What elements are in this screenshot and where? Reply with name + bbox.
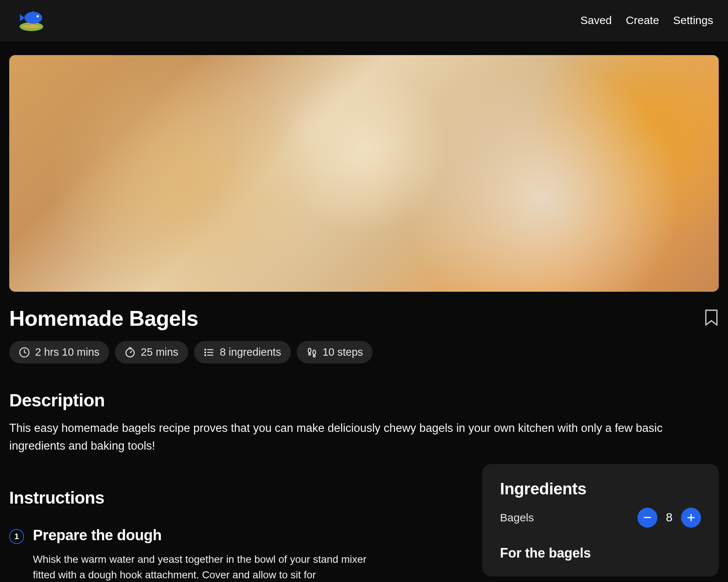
quantity-increase-button[interactable] — [681, 508, 701, 528]
svg-point-10 — [205, 355, 206, 356]
badge-total-time: 2 hrs 10 mins — [9, 341, 109, 363]
recipe-hero-image — [9, 55, 719, 292]
instructions-column: Instructions 1 Prepare the dough Whisk t… — [9, 455, 467, 582]
svg-point-8 — [205, 349, 206, 350]
svg-point-11 — [308, 348, 311, 353]
badge-active-time: 25 mins — [115, 341, 188, 363]
main-content: Homemade Bagels 2 hrs 10 mins 25 mins — [0, 41, 728, 582]
instructions-heading: Instructions — [9, 488, 464, 508]
quantity-value: 8 — [666, 511, 673, 524]
quantity-decrease-button[interactable] — [637, 508, 657, 528]
bookmark-icon — [704, 309, 719, 326]
title-row: Homemade Bagels — [9, 306, 719, 331]
nav-create[interactable]: Create — [626, 14, 659, 27]
svg-rect-15 — [644, 517, 651, 518]
ingredients-heading: Ingredients — [500, 480, 701, 498]
badge-steps: 10 steps — [297, 341, 373, 363]
footsteps-icon — [306, 347, 317, 358]
svg-point-1 — [24, 12, 42, 24]
recipe-title: Homemade Bagels — [9, 306, 198, 331]
badge-ingredients: 8 ingredients — [194, 341, 291, 363]
step-body: Whisk the warm water and yeast together … — [33, 552, 388, 582]
svg-point-14 — [313, 355, 315, 357]
svg-point-9 — [205, 352, 206, 353]
svg-point-13 — [313, 350, 316, 355]
badge-total-time-label: 2 hrs 10 mins — [35, 346, 99, 358]
badge-steps-label: 10 steps — [323, 346, 363, 358]
svg-rect-17 — [687, 517, 695, 518]
minus-icon — [644, 517, 651, 518]
app-header: Saved Create Settings — [0, 0, 728, 41]
svg-point-12 — [309, 353, 310, 355]
badge-active-time-label: 25 mins — [141, 346, 178, 358]
step-title: Prepare the dough — [33, 527, 464, 544]
badge-ingredients-label: 8 ingredients — [220, 346, 281, 358]
fish-logo-icon — [15, 7, 48, 33]
description-text: This easy homemade bagels recipe proves … — [9, 419, 697, 455]
step-number-badge: 1 — [9, 529, 24, 544]
quantity-row: Bagels 8 — [500, 508, 701, 528]
quantity-unit-label: Bagels — [500, 511, 534, 524]
app-logo[interactable] — [15, 7, 48, 33]
instruction-step: 1 Prepare the dough Whisk the warm water… — [9, 527, 464, 582]
main-nav: Saved Create Settings — [580, 14, 713, 27]
ingredients-panel: Ingredients Bagels 8 — [482, 464, 719, 576]
ingredient-group-heading: For the bagels — [500, 545, 701, 561]
clock-icon — [19, 347, 30, 358]
quantity-stepper: 8 — [637, 508, 701, 528]
plus-icon — [687, 514, 695, 521]
step-content: Prepare the dough Whisk the warm water a… — [33, 527, 464, 582]
bookmark-button[interactable] — [704, 309, 719, 328]
recipe-badges: 2 hrs 10 mins 25 mins 8 ingredients — [9, 341, 719, 363]
timer-icon — [125, 347, 136, 358]
instructions-section: Instructions 1 Prepare the dough Whisk t… — [9, 455, 719, 582]
nav-settings[interactable]: Settings — [673, 14, 713, 27]
svg-point-2 — [37, 15, 39, 17]
nav-saved[interactable]: Saved — [580, 14, 612, 27]
list-icon — [204, 347, 215, 358]
description-heading: Description — [9, 390, 719, 410]
